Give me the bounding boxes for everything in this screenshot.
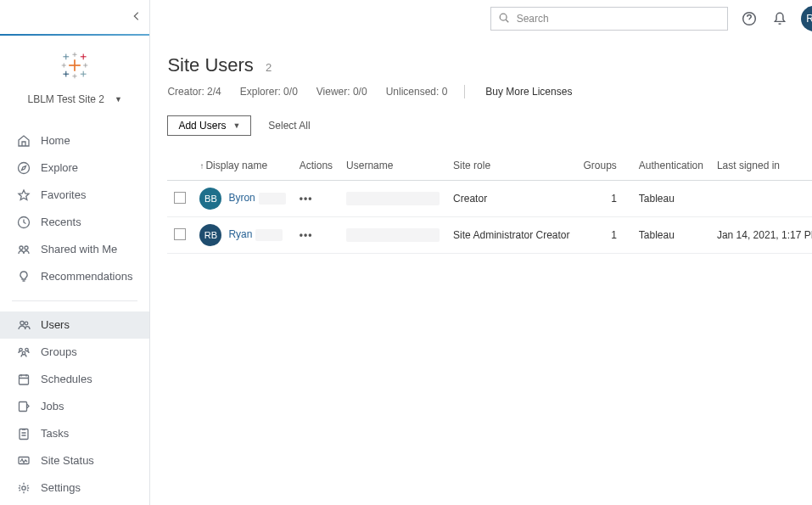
- nav-tasks[interactable]: Tasks: [0, 420, 149, 447]
- search-box[interactable]: [490, 7, 728, 31]
- nav-explore[interactable]: Explore: [0, 154, 149, 182]
- col-last-signed[interactable]: Last signed in: [710, 151, 812, 181]
- nav-label: Jobs: [41, 400, 64, 413]
- svg-point-23: [25, 322, 28, 325]
- table-row: RBRyan•••Site Administrator Creator1Tabl…: [167, 217, 812, 254]
- nav-admin-group: Users Groups Schedules Jobs Tasks: [0, 308, 149, 505]
- nav-shared[interactable]: Shared with Me: [0, 236, 149, 263]
- calendar-icon: [17, 373, 31, 386]
- nav-home[interactable]: Home: [0, 127, 149, 154]
- user-avatar[interactable]: RB: [801, 6, 812, 31]
- row-avatar: BB: [199, 188, 221, 210]
- col-auth[interactable]: Authentication: [632, 151, 710, 181]
- nav-sitestatus[interactable]: Site Status: [0, 447, 149, 474]
- actions-row: Add Users ▼ Select All: [167, 115, 812, 136]
- nav-schedules[interactable]: Schedules: [0, 366, 149, 393]
- row-actions-button[interactable]: •••: [300, 229, 313, 241]
- table-row: BBByron•••Creator1Tableau: [167, 181, 812, 217]
- license-unlicensed: Unlicensed: 0: [386, 86, 448, 98]
- users-table: ↑Display name Actions Username Site role…: [167, 151, 812, 254]
- svg-point-22: [20, 321, 24, 324]
- site-name: LBLM Test Site 2: [27, 93, 104, 105]
- col-username[interactable]: Username: [339, 151, 446, 181]
- nav-label: Groups: [41, 345, 77, 359]
- nav-label: Recents: [41, 216, 81, 229]
- add-users-label: Add Users: [178, 120, 226, 132]
- svg-line-33: [506, 20, 508, 22]
- nav-label: Home: [41, 134, 70, 148]
- row-actions-button[interactable]: •••: [300, 193, 313, 205]
- col-display-name[interactable]: ↑Display name: [193, 151, 292, 181]
- nav-label: Recommendations: [41, 270, 132, 283]
- row-avatar: RB: [199, 224, 221, 246]
- row-checkbox[interactable]: [174, 192, 186, 204]
- col-groups[interactable]: Groups: [577, 151, 632, 181]
- users-icon: [17, 318, 31, 332]
- nav-label: Site Status: [41, 454, 94, 468]
- nav-recents[interactable]: Recents: [0, 209, 149, 236]
- jobs-icon: [17, 400, 31, 413]
- license-explorer: Explorer: 0/0: [240, 86, 298, 98]
- select-all-link[interactable]: Select All: [268, 120, 310, 132]
- home-icon: [17, 134, 31, 148]
- license-row: Creator: 2/4 Explorer: 0/0 Viewer: 0/0 U…: [167, 85, 812, 98]
- tableau-logo: [0, 36, 149, 88]
- help-button[interactable]: [740, 9, 759, 28]
- col-checkbox: [167, 151, 193, 181]
- caret-down-icon: ▼: [232, 121, 240, 130]
- page-title-row: Site Users 2: [167, 54, 812, 76]
- site-selector[interactable]: LBLM Test Site 2 ▼: [0, 88, 149, 124]
- site-role-cell: Creator: [446, 181, 576, 217]
- groups-cell: 1: [577, 181, 632, 217]
- search-icon: [498, 12, 510, 26]
- groups-icon: [17, 345, 31, 359]
- notifications-button[interactable]: [770, 9, 789, 28]
- svg-point-32: [500, 14, 507, 20]
- collapse-sidebar-button[interactable]: [131, 10, 143, 25]
- license-creator: Creator: 2/4: [167, 86, 221, 98]
- svg-point-18: [19, 163, 30, 174]
- nav-label: Users: [41, 318, 70, 332]
- display-name-link[interactable]: Ryan: [228, 228, 252, 240]
- nav-primary-group: Home Explore Favorites Recents Shared wi…: [0, 124, 149, 294]
- nav-recommendations[interactable]: Recommendations: [0, 263, 149, 290]
- page-title: Site Users: [167, 54, 253, 76]
- svg-point-21: [25, 246, 28, 250]
- svg-point-20: [20, 246, 23, 250]
- redacted-name: [259, 193, 286, 205]
- auth-cell: Tableau: [632, 181, 710, 217]
- nav-groups[interactable]: Groups: [0, 339, 149, 366]
- nav-users[interactable]: Users: [0, 311, 149, 339]
- status-icon: [17, 454, 31, 468]
- table-header-row: ↑Display name Actions Username Site role…: [167, 151, 812, 181]
- content-area: Site Users 2 Creator: 2/4 Explorer: 0/0 …: [150, 37, 812, 505]
- add-users-button[interactable]: Add Users ▼: [167, 115, 251, 136]
- bulb-icon: [17, 270, 31, 283]
- gear-icon: [17, 481, 31, 495]
- caret-down-icon: ▼: [115, 95, 122, 104]
- nav-label: Schedules: [41, 373, 92, 386]
- nav-label: Explore: [41, 161, 78, 175]
- star-icon: [17, 188, 31, 202]
- svg-rect-28: [20, 402, 27, 412]
- search-input[interactable]: [517, 13, 720, 25]
- nav-favorites[interactable]: Favorites: [0, 182, 149, 209]
- col-actions[interactable]: Actions: [293, 151, 339, 181]
- nav-settings[interactable]: Settings: [0, 474, 149, 502]
- row-checkbox[interactable]: [174, 228, 186, 240]
- site-role-cell: Site Administrator Creator: [446, 217, 576, 254]
- redacted-username: [346, 192, 440, 205]
- nav-label: Settings: [41, 481, 81, 495]
- tasks-icon: [17, 427, 31, 440]
- col-site-role[interactable]: Site role: [446, 151, 576, 181]
- sidebar: LBLM Test Site 2 ▼ Home Explore Favorite…: [0, 0, 150, 505]
- auth-cell: Tableau: [632, 217, 710, 254]
- divider: [464, 85, 465, 98]
- buy-more-link[interactable]: Buy More Licenses: [485, 86, 572, 98]
- topbar: RB: [150, 0, 812, 37]
- redacted-name: [255, 229, 283, 241]
- redacted-username: [346, 228, 440, 242]
- display-name-link[interactable]: Byron: [228, 192, 255, 204]
- svg-point-31: [22, 486, 25, 490]
- nav-jobs[interactable]: Jobs: [0, 393, 149, 420]
